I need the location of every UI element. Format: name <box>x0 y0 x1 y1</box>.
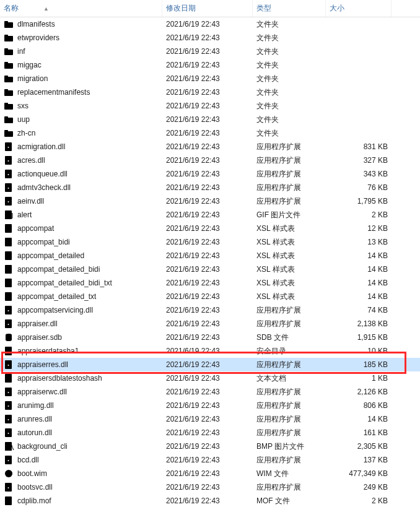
file-row[interactable]: appcompat_bidi2021/6/19 22:43XSL 样式表13 K… <box>0 235 420 249</box>
file-row[interactable]: admtv3check.dll2021/6/19 22:43应用程序扩展76 K… <box>0 181 420 194</box>
file-row[interactable]: alert2021/6/19 22:43GIF 图片文件2 KB <box>0 208 420 222</box>
file-size-cell: 2,126 KB <box>326 388 392 396</box>
file-size-cell: 249 KB <box>326 483 392 492</box>
file-name-cell: appcompatservicing.dll <box>0 305 162 315</box>
file-row[interactable]: arunres.dll2021/6/19 22:43应用程序扩展14 KB <box>0 412 420 426</box>
file-row[interactable]: appcompat2021/6/19 22:43XSL 样式表12 KB <box>0 222 420 235</box>
file-date-cell: 2021/6/19 22:43 <box>162 347 253 355</box>
file-date-label: 2021/6/19 22:43 <box>166 33 220 42</box>
xsl-file-icon <box>4 264 14 274</box>
file-row[interactable]: appcompat_detailed_bidi2021/6/19 22:43XS… <box>0 262 420 276</box>
file-name-label: appcompat_bidi <box>17 238 70 246</box>
folder-icon <box>4 74 14 84</box>
file-name-label: miggac <box>17 61 42 69</box>
file-type-cell: 应用程序扩展 <box>253 155 326 166</box>
file-row[interactable]: bootsvc.dll2021/6/19 22:43应用程序扩展249 KB <box>0 480 420 494</box>
file-date-label: 2021/6/19 22:43 <box>166 142 220 151</box>
file-row[interactable]: aeinv.dll2021/6/19 22:43应用程序扩展1,795 KB <box>0 194 420 208</box>
file-row[interactable]: bcd.dll2021/6/19 22:43应用程序扩展137 KB <box>0 453 420 467</box>
file-name-label: bootsvc.dll <box>17 483 53 492</box>
file-name-cell: replacementmanifests <box>0 87 162 97</box>
file-type-cell: XSL 样式表 <box>253 278 326 288</box>
file-row[interactable]: appraiserdatasha12021/6/19 22:43安全目录10 K… <box>0 344 420 358</box>
file-size-cell: 13 KB <box>326 238 392 246</box>
file-name-label: migration <box>17 74 48 83</box>
file-date-cell: 2021/6/19 22:43 <box>162 210 253 219</box>
file-date-label: 2021/6/19 22:43 <box>166 115 220 124</box>
file-size-cell: 1,795 KB <box>326 197 392 206</box>
file-row[interactable]: appraisersdblatestoshash2021/6/19 22:43文… <box>0 371 420 385</box>
file-date-cell: 2021/6/19 22:43 <box>162 374 253 383</box>
file-row[interactable]: zh-cn2021/6/19 22:43文件夹 <box>0 126 420 140</box>
file-type-cell: XSL 样式表 <box>253 292 326 302</box>
file-date-label: 2021/6/19 22:43 <box>166 251 220 260</box>
file-name-label: arunimg.dll <box>17 401 54 410</box>
file-row[interactable]: acres.dll2021/6/19 22:43应用程序扩展327 KB <box>0 154 420 167</box>
file-date-cell: 2021/6/19 22:43 <box>162 319 253 328</box>
file-name-label: inf <box>17 47 25 56</box>
file-row[interactable]: boot.wim2021/6/19 22:43WIM 文件477,349 KB <box>0 467 420 480</box>
file-row[interactable]: uup2021/6/19 22:43文件夹 <box>0 113 420 126</box>
file-row[interactable]: acmigration.dll2021/6/19 22:43应用程序扩展831 … <box>0 140 420 154</box>
file-row[interactable]: cdplib.mof2021/6/19 22:43MOF 文件2 KB <box>0 494 420 507</box>
dll-file-icon <box>4 414 14 424</box>
file-rows-container: dlmanifests2021/6/19 22:43文件夹etwprovider… <box>0 17 420 507</box>
file-row[interactable]: appraiser.sdb2021/6/19 22:43SDB 文件1,915 … <box>0 331 420 344</box>
file-size-cell: 2 KB <box>326 496 392 505</box>
column-header-name[interactable]: 名称 ▲ <box>0 0 162 17</box>
file-size-label: 249 KB <box>364 483 388 492</box>
file-row[interactable]: sxs2021/6/19 22:43文件夹 <box>0 99 420 113</box>
file-type-label: 应用程序扩展 <box>256 196 301 207</box>
file-type-label: 应用程序扩展 <box>256 455 301 466</box>
file-name-label: appcompat_detailed_txt <box>17 292 96 301</box>
column-header-size[interactable]: 大小 <box>326 0 392 17</box>
file-name-cell: dlmanifests <box>0 19 162 29</box>
file-type-cell: 文件夹 <box>253 128 326 139</box>
file-row[interactable]: appcompat_detailed_txt2021/6/19 22:43XSL… <box>0 290 420 303</box>
file-date-cell: 2021/6/19 22:43 <box>162 388 253 396</box>
file-row[interactable]: appcompat_detailed2021/6/19 22:43XSL 样式表… <box>0 249 420 262</box>
file-row[interactable]: actionqueue.dll2021/6/19 22:43应用程序扩展343 … <box>0 167 420 181</box>
file-row[interactable]: autorun.dll2021/6/19 22:43应用程序扩展161 KB <box>0 426 420 440</box>
file-row[interactable]: dlmanifests2021/6/19 22:43文件夹 <box>0 17 420 31</box>
file-name-label: acmigration.dll <box>17 142 65 151</box>
file-date-cell: 2021/6/19 22:43 <box>162 265 253 274</box>
file-type-cell: 应用程序扩展 <box>253 387 326 397</box>
file-type-label: XSL 样式表 <box>256 292 295 302</box>
dll-file-icon <box>4 482 14 492</box>
file-date-label: 2021/6/19 22:43 <box>166 306 220 314</box>
file-row[interactable]: miggac2021/6/19 22:43文件夹 <box>0 58 420 72</box>
file-row[interactable]: migration2021/6/19 22:43文件夹 <box>0 72 420 85</box>
column-header-type[interactable]: 类型 <box>253 0 326 17</box>
file-name-cell: alert <box>0 210 162 220</box>
file-date-cell: 2021/6/19 22:43 <box>162 483 253 492</box>
file-row[interactable]: appcompatservicing.dll2021/6/19 22:43应用程… <box>0 303 420 317</box>
file-name-label: arunres.dll <box>17 415 52 423</box>
file-row[interactable]: inf2021/6/19 22:43文件夹 <box>0 45 420 58</box>
file-row[interactable]: arunimg.dll2021/6/19 22:43应用程序扩展806 KB <box>0 399 420 412</box>
file-name-cell: acmigration.dll <box>0 142 162 152</box>
file-date-label: 2021/6/19 22:43 <box>166 170 220 178</box>
file-size-cell: 14 KB <box>326 279 392 287</box>
file-name-label: etwproviders <box>17 33 59 42</box>
file-row[interactable]: appraiserres.dll2021/6/19 22:43应用程序扩展185… <box>0 358 420 371</box>
file-size-cell: 14 KB <box>326 251 392 260</box>
file-row[interactable]: appraiserwc.dll2021/6/19 22:43应用程序扩展2,12… <box>0 385 420 399</box>
file-name-cell: migration <box>0 74 162 84</box>
file-name-cell: admtv3check.dll <box>0 183 162 193</box>
file-size-label: 185 KB <box>364 360 388 369</box>
file-date-label: 2021/6/19 22:43 <box>166 183 220 192</box>
file-row[interactable]: appcompat_detailed_bidi_txt2021/6/19 22:… <box>0 276 420 290</box>
file-type-label: XSL 样式表 <box>256 223 295 234</box>
column-header-date[interactable]: 修改日期 <box>162 0 253 17</box>
file-name-cell: etwproviders <box>0 33 162 43</box>
file-name-label: aeinv.dll <box>17 197 44 206</box>
file-row[interactable]: appraiser.dll2021/6/19 22:43应用程序扩展2,138 … <box>0 317 420 331</box>
file-type-cell: 文件夹 <box>253 115 326 125</box>
file-type-cell: 应用程序扩展 <box>253 360 326 370</box>
file-row[interactable]: replacementmanifests2021/6/19 22:43文件夹 <box>0 85 420 99</box>
file-row[interactable]: etwproviders2021/6/19 22:43文件夹 <box>0 31 420 45</box>
file-date-label: 2021/6/19 22:43 <box>166 374 220 383</box>
file-row[interactable]: background_cli2021/6/19 22:43BMP 图片文件2,3… <box>0 440 420 453</box>
file-name-cell: zh-cn <box>0 128 162 138</box>
